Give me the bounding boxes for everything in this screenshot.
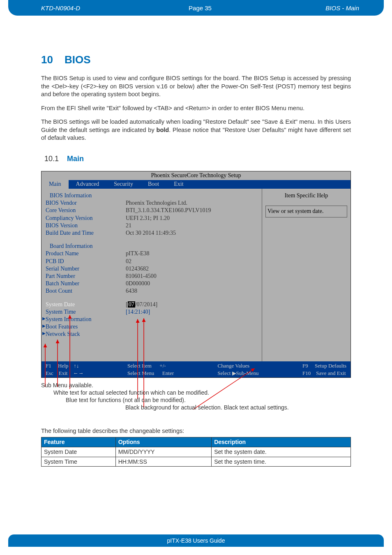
annotation-blue-text: Blue text for functions (not all can be … <box>66 396 186 404</box>
settings-table: Feature Options Description System Date … <box>41 437 351 467</box>
section-title-text: BIOS <box>65 53 91 66</box>
header-section: BIOS - Main <box>253 5 384 12</box>
cell-description: Set the system time. <box>212 457 351 467</box>
annotation-arrows <box>41 171 351 378</box>
section-number: 10 <box>41 53 53 66</box>
annotation-submenu: Sub Menu available. <box>41 382 93 389</box>
section-heading: 10BIOS <box>41 53 351 67</box>
table-row: System Time HH:MM:SS Set the system time… <box>42 457 351 467</box>
header-page-num: Page 35 <box>147 5 253 12</box>
th-feature: Feature <box>42 437 116 447</box>
table-row: System Date MM/DD/YYYY Set the system da… <box>42 447 351 457</box>
intro-para-2: From the EFI Shell write "Exit" followed… <box>41 104 351 113</box>
cell-options: MM/DD/YYYY <box>115 447 211 457</box>
subsection-number: 10.1 <box>44 155 59 163</box>
intro-para-3: The BIOS settings will be loaded automat… <box>41 118 351 142</box>
page-footer: pITX-E38 Users Guide <box>8 534 384 547</box>
annotation-black-bg: Black background for actual selection. B… <box>125 404 289 412</box>
th-description: Description <box>212 437 351 447</box>
page-header: KTD-N0904-D Page 35 BIOS - Main <box>8 0 384 16</box>
annotation-white-text: White text for actual selected function … <box>53 389 209 397</box>
subsection-heading: 10.1Main <box>44 154 351 164</box>
bios-screenshot-wrap: Phoenix SecureCore Technology Setup Main… <box>41 171 351 378</box>
th-options: Options <box>115 437 211 447</box>
cell-feature: System Date <box>42 447 116 457</box>
cell-feature: System Time <box>42 457 116 467</box>
cell-options: HH:MM:SS <box>115 457 211 467</box>
cell-description: Set the system date. <box>212 447 351 457</box>
table-intro: The following table describes the change… <box>41 427 351 435</box>
intro-para-1: The BIOS Setup is used to view and confi… <box>41 74 351 99</box>
header-doc-id: KTD-N0904-D <box>8 5 147 12</box>
subsection-title: Main <box>67 155 84 163</box>
